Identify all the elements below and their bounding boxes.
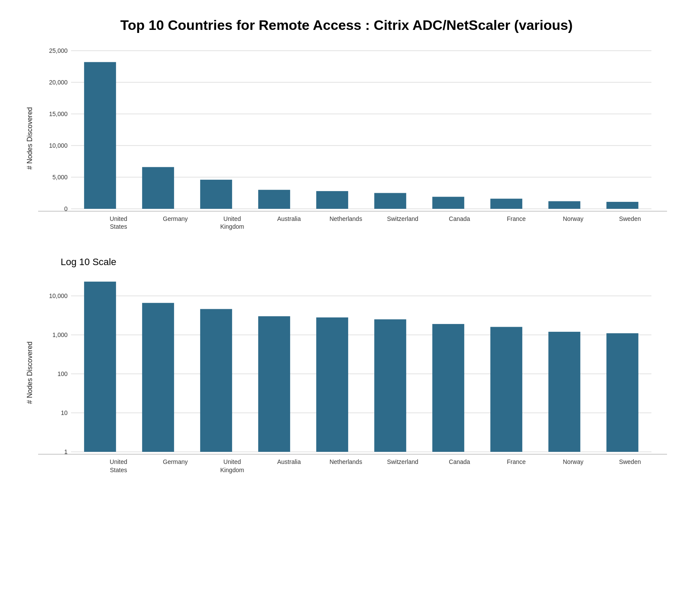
linear-x-label: UnitedStates bbox=[90, 215, 147, 230]
svg-rect-39 bbox=[490, 327, 522, 452]
linear-x-labels: UnitedStatesGermanyUnitedKingdomAustrali… bbox=[38, 215, 667, 230]
log-x-label: Norway bbox=[545, 458, 602, 473]
log-chart-section: Log 10 Scale # Nodes Discovered 10,0001,… bbox=[26, 256, 667, 473]
log-x-label: Sweden bbox=[602, 458, 658, 473]
svg-rect-41 bbox=[606, 334, 638, 452]
svg-text:15,000: 15,000 bbox=[49, 110, 68, 117]
svg-rect-14 bbox=[200, 180, 232, 209]
svg-text:10,000: 10,000 bbox=[49, 142, 68, 149]
linear-x-label: Norway bbox=[545, 215, 602, 230]
svg-rect-34 bbox=[200, 309, 232, 452]
log-chart-container: # Nodes Discovered 10,0001,000100101 Uni… bbox=[26, 272, 667, 473]
svg-rect-33 bbox=[142, 303, 174, 452]
svg-rect-38 bbox=[432, 324, 464, 452]
linear-x-label: France bbox=[488, 215, 544, 230]
linear-x-label: UnitedKingdom bbox=[204, 215, 260, 230]
log-x-label: Australia bbox=[261, 458, 317, 473]
log-subtitle: Log 10 Scale bbox=[61, 256, 667, 268]
linear-x-label: Switzerland bbox=[374, 215, 431, 230]
svg-text:1,000: 1,000 bbox=[52, 331, 68, 338]
svg-text:10: 10 bbox=[61, 409, 68, 416]
svg-text:100: 100 bbox=[58, 370, 68, 377]
svg-rect-32 bbox=[84, 282, 116, 452]
log-chart-inner: 10,0001,000100101 UnitedStatesGermanyUni… bbox=[38, 272, 667, 473]
svg-rect-12 bbox=[84, 62, 116, 209]
svg-rect-18 bbox=[432, 197, 464, 209]
svg-text:5,000: 5,000 bbox=[52, 174, 68, 181]
linear-x-label: Sweden bbox=[602, 215, 658, 230]
svg-rect-37 bbox=[374, 320, 406, 452]
svg-rect-17 bbox=[374, 193, 406, 209]
svg-rect-40 bbox=[548, 332, 580, 452]
log-x-label: Netherlands bbox=[317, 458, 374, 473]
svg-text:10,000: 10,000 bbox=[49, 292, 68, 299]
linear-chart-container: # Nodes Discovered 25,00020,00015,00010,… bbox=[26, 46, 667, 230]
svg-text:20,000: 20,000 bbox=[49, 79, 68, 86]
log-chart-wrapper: 10,0001,000100101 bbox=[38, 272, 667, 454]
svg-rect-35 bbox=[258, 316, 290, 452]
svg-rect-20 bbox=[548, 201, 580, 209]
log-x-label: Switzerland bbox=[374, 458, 431, 473]
svg-rect-15 bbox=[258, 190, 290, 209]
svg-rect-19 bbox=[490, 199, 522, 209]
x-axis-line bbox=[38, 211, 667, 211]
linear-x-label: Germany bbox=[147, 215, 204, 230]
log-x-labels: UnitedStatesGermanyUnitedKingdomAustrali… bbox=[38, 458, 667, 473]
log-y-axis-label: # Nodes Discovered bbox=[26, 272, 34, 473]
svg-rect-16 bbox=[316, 191, 348, 209]
chart-title: Top 10 Countries for Remote Access : Cit… bbox=[26, 17, 667, 33]
linear-chart-wrapper: 25,00020,00015,00010,0005,0000 bbox=[38, 46, 667, 211]
linear-x-label: Australia bbox=[261, 215, 317, 230]
log-x-axis-line bbox=[38, 454, 667, 454]
log-x-label: France bbox=[488, 458, 544, 473]
log-x-label: UnitedKingdom bbox=[204, 458, 260, 473]
svg-text:1: 1 bbox=[64, 448, 68, 455]
linear-chart-inner: 25,00020,00015,00010,0005,0000 UnitedSta… bbox=[38, 46, 667, 230]
svg-text:25,000: 25,000 bbox=[49, 47, 68, 54]
linear-x-label: Canada bbox=[431, 215, 488, 230]
svg-rect-13 bbox=[142, 167, 174, 209]
log-x-label: UnitedStates bbox=[90, 458, 147, 473]
svg-text:0: 0 bbox=[64, 205, 68, 212]
svg-rect-21 bbox=[606, 202, 638, 209]
linear-x-label: Netherlands bbox=[317, 215, 374, 230]
linear-y-axis-label: # Nodes Discovered bbox=[26, 46, 34, 230]
linear-chart-section: Top 10 Countries for Remote Access : Cit… bbox=[26, 17, 667, 230]
log-x-label: Canada bbox=[431, 458, 488, 473]
svg-rect-36 bbox=[316, 318, 348, 452]
page: Top 10 Countries for Remote Access : Cit… bbox=[0, 0, 693, 616]
log-x-label: Germany bbox=[147, 458, 204, 473]
